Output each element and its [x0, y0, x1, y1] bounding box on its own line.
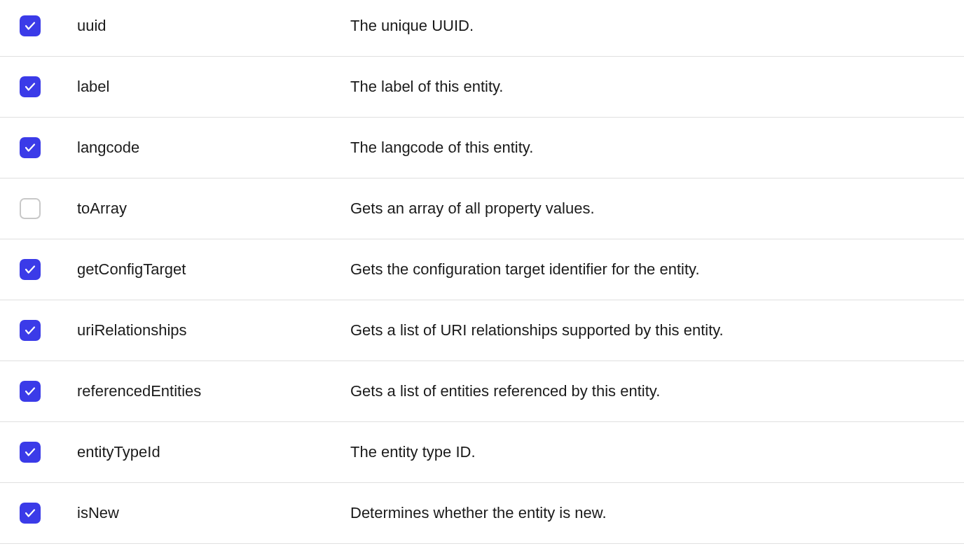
- property-description: Determines whether the entity is new.: [350, 504, 964, 522]
- check-icon: [24, 446, 36, 458]
- check-icon: [24, 20, 36, 32]
- property-description: The entity type ID.: [350, 443, 964, 461]
- check-icon: [24, 385, 36, 398]
- table-row: getConfigTarget Gets the configuration t…: [0, 239, 964, 300]
- property-name: entityTypeId: [77, 443, 350, 461]
- property-description: The label of this entity.: [350, 78, 964, 96]
- checkbox-cell: [0, 137, 77, 158]
- property-description: Gets a list of entities referenced by th…: [350, 382, 964, 400]
- checkbox-cell: [0, 381, 77, 402]
- property-name: uuid: [77, 17, 350, 35]
- checkbox-cell: [0, 442, 77, 463]
- property-name: uriRelationships: [77, 321, 350, 340]
- checkbox-cell: [0, 320, 77, 341]
- property-name: langcode: [77, 139, 350, 157]
- property-name: isNew: [77, 504, 350, 522]
- property-name: referencedEntities: [77, 382, 350, 400]
- table-row: entityTypeId The entity type ID.: [0, 422, 964, 483]
- property-description: Gets the configuration target identifier…: [350, 260, 964, 279]
- table-row: label The label of this entity.: [0, 57, 964, 118]
- check-icon: [24, 263, 36, 276]
- checkbox-cell: [0, 15, 77, 36]
- checkbox-referencedentities[interactable]: [20, 381, 41, 402]
- table-row: uriRelationships Gets a list of URI rela…: [0, 300, 964, 361]
- property-description: Gets a list of URI relationships support…: [350, 321, 964, 340]
- properties-table: uuid The unique UUID. label The label of…: [0, 0, 964, 544]
- checkbox-uuid[interactable]: [20, 15, 41, 36]
- property-description: The langcode of this entity.: [350, 139, 964, 157]
- checkbox-entitytypeid[interactable]: [20, 442, 41, 463]
- property-name: getConfigTarget: [77, 260, 350, 279]
- property-description: The unique UUID.: [350, 17, 964, 35]
- check-icon: [24, 324, 36, 337]
- checkbox-cell: [0, 503, 77, 524]
- table-row: uuid The unique UUID.: [0, 0, 964, 57]
- checkbox-cell: [0, 76, 77, 97]
- check-icon: [24, 141, 36, 154]
- table-row: referencedEntities Gets a list of entiti…: [0, 361, 964, 422]
- property-name: label: [77, 78, 350, 96]
- check-icon: [24, 507, 36, 519]
- checkbox-langcode[interactable]: [20, 137, 41, 158]
- property-description: Gets an array of all property values.: [350, 200, 964, 218]
- property-name: toArray: [77, 200, 350, 218]
- checkbox-urirelationships[interactable]: [20, 320, 41, 341]
- table-row: toArray Gets an array of all property va…: [0, 178, 964, 239]
- check-icon: [24, 80, 36, 93]
- checkbox-isnew[interactable]: [20, 503, 41, 524]
- checkbox-getconfigtarget[interactable]: [20, 259, 41, 280]
- table-row: langcode The langcode of this entity.: [0, 118, 964, 178]
- checkbox-label[interactable]: [20, 76, 41, 97]
- checkbox-cell: [0, 198, 77, 219]
- checkbox-toarray[interactable]: [20, 198, 41, 219]
- table-row: isNew Determines whether the entity is n…: [0, 483, 964, 544]
- checkbox-cell: [0, 259, 77, 280]
